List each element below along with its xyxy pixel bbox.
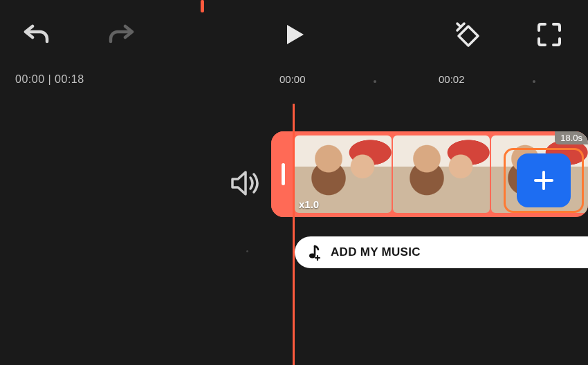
ruler-dot: [533, 80, 535, 83]
clip-speed-badge: x1.0: [299, 198, 319, 210]
time-display: 00:00 | 00:18: [15, 73, 84, 86]
add-media-slot: [504, 148, 584, 213]
current-time: 00:00: [15, 73, 45, 85]
undo-button[interactable]: [24, 24, 50, 47]
ruler-tick-1: 00:02: [439, 73, 465, 85]
play-button[interactable]: [286, 24, 305, 46]
redo-button[interactable]: [108, 24, 134, 47]
timecode-row: 00:00 | 00:18 00:00 00:02: [0, 69, 588, 97]
audio-toggle-button[interactable]: [230, 170, 261, 199]
clip-duration-badge: 18.0s: [555, 131, 588, 144]
svg-line-1: [457, 24, 461, 27]
ruler-tick-0: 00:00: [279, 73, 306, 85]
fullscreen-button[interactable]: [537, 22, 562, 47]
playhead[interactable]: [293, 104, 295, 365]
add-music-button[interactable]: ADD MY MUSIC: [295, 236, 588, 268]
ruler-dot: [374, 80, 376, 83]
play-icon: [286, 24, 305, 46]
speaker-icon: [230, 170, 261, 196]
add-media-button[interactable]: [517, 153, 571, 207]
add-music-label: ADD MY MUSIC: [331, 245, 421, 259]
redo-icon: [108, 24, 134, 47]
time-separator: |: [45, 73, 55, 85]
keyframe-icon: [453, 21, 481, 48]
clip-left-handle[interactable]: [271, 131, 295, 217]
decorative-dot: [246, 250, 248, 252]
undo-icon: [24, 24, 50, 47]
svg-point-4: [309, 254, 315, 259]
music-add-icon: [306, 244, 321, 261]
fullscreen-icon: [537, 22, 562, 47]
plus-icon: [532, 169, 555, 192]
clip-thumbnail: [393, 135, 490, 213]
total-time: 00:18: [55, 73, 84, 85]
toolbar: [0, 0, 588, 69]
keyframe-button[interactable]: [453, 21, 481, 48]
